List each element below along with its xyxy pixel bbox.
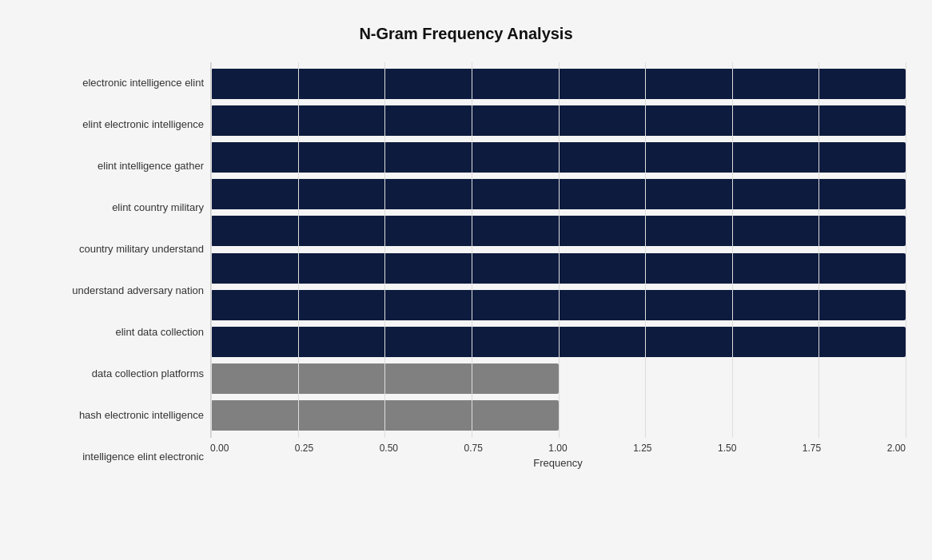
y-axis-label: data collection platforms — [26, 353, 204, 395]
chart-title: N-Gram Frequency Analysis — [26, 25, 906, 43]
y-axis-label: understand adversary nation — [26, 270, 204, 312]
chart-container: N-Gram Frequency Analysis electronic int… — [10, 9, 922, 552]
grid-line — [732, 62, 733, 438]
grid-line — [906, 62, 906, 438]
x-axis: 0.000.250.500.751.001.251.501.752.00 Fre… — [210, 438, 906, 478]
y-axis-label: electronic intelligence elint — [26, 62, 204, 104]
x-tick: 0.50 — [380, 443, 398, 454]
y-axis-label: hash electronic intelligence — [26, 395, 204, 436]
y-axis: electronic intelligence elintelint elect… — [26, 62, 210, 478]
grid-line — [472, 62, 472, 438]
grid-line — [384, 62, 385, 438]
grid-line — [645, 62, 646, 438]
grid-line — [818, 62, 819, 438]
y-axis-label: elint country military — [26, 187, 204, 228]
x-tick: 1.25 — [633, 443, 651, 454]
bars-and-xaxis: 0.000.250.500.751.001.251.501.752.00 Fre… — [210, 62, 906, 478]
grid-line — [559, 62, 560, 438]
bars-area — [210, 62, 906, 438]
x-tick: 0.75 — [464, 443, 482, 454]
x-tick: 1.00 — [548, 443, 567, 454]
chart-area: electronic intelligence elintelint elect… — [26, 62, 906, 478]
x-tick: 1.50 — [718, 443, 736, 454]
x-tick: 2.00 — [887, 443, 906, 454]
y-axis-label: intelligence elint electronic — [26, 436, 204, 478]
x-tick: 0.00 — [210, 443, 229, 454]
x-axis-label: Frequency — [210, 457, 906, 469]
x-tick: 1.75 — [803, 443, 821, 454]
y-axis-label: country military understand — [26, 228, 204, 270]
y-axis-label: elint intelligence gather — [26, 145, 204, 187]
x-tick: 0.25 — [295, 443, 313, 454]
grid-line — [298, 62, 299, 438]
grid-line — [211, 62, 212, 438]
y-axis-label: elint electronic intelligence — [26, 104, 204, 145]
y-axis-label: elint data collection — [26, 312, 204, 353]
x-ticks: 0.000.250.500.751.001.251.501.752.00 — [210, 438, 906, 454]
